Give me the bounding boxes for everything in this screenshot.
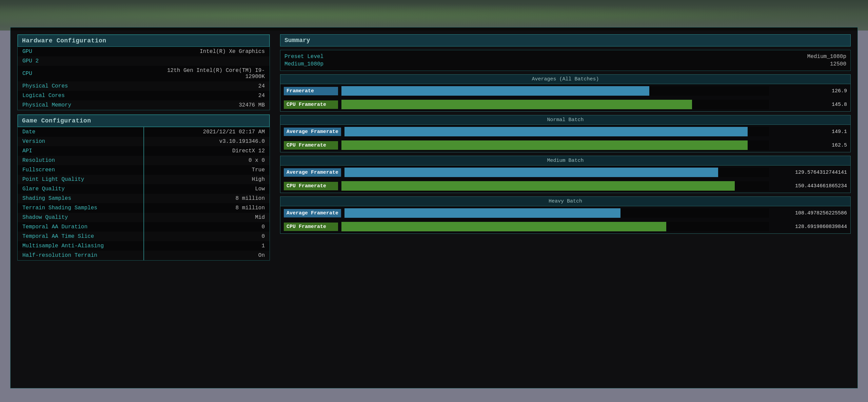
game-row: Date2021/12/21 02:17 AM <box>18 127 270 137</box>
hw-value <box>144 56 270 66</box>
normal-framerate-value: 149.1 <box>772 129 847 135</box>
summary-header: Summary <box>280 34 851 46</box>
avg-cpu-label: CPU Framerate <box>284 100 338 109</box>
medium-cpu-bar <box>341 181 769 191</box>
game-row: Temporal AA Duration0 <box>18 222 270 232</box>
game-table: Date2021/12/21 02:17 AMVersionv3.10.1913… <box>18 127 270 260</box>
hardware-row: CPU12th Gen Intel(R) Core(TM) I9-12900K <box>18 66 270 81</box>
preset-label-2: Medium_1080p <box>284 61 323 67</box>
medium-cpu-label: CPU Framerate <box>284 182 338 190</box>
main-container: Hardware Configuration GPUIntel(R) Xe Gr… <box>10 27 858 388</box>
avg-cpu-bar <box>341 100 769 109</box>
averages-section: Averages (All Batches) Framerate 126.9 C… <box>280 74 851 112</box>
game-value: 8 million <box>144 203 270 213</box>
heavy-cpu-row: CPU Framerate 128.6919860839844 <box>280 220 850 233</box>
hw-label: Logical Cores <box>18 91 144 100</box>
normal-framerate-fill <box>344 127 748 136</box>
game-title: Game Configuration <box>22 117 91 124</box>
game-row: Glare QualityLow <box>18 184 270 194</box>
game-value: DirectX 12 <box>144 146 270 156</box>
normal-cpu-value: 162.5 <box>772 142 847 148</box>
game-value: On <box>144 251 270 260</box>
game-label: Point Light Quality <box>18 175 144 184</box>
game-value: 0 <box>144 222 270 232</box>
game-row: Resolution0 x 0 <box>18 156 270 165</box>
game-value: 1 <box>144 241 270 251</box>
game-row: Versionv3.10.191346.0 <box>18 137 270 146</box>
game-label: Date <box>18 127 144 137</box>
hw-label: Physical Memory <box>18 100 144 110</box>
game-row: Half-resolution TerrainOn <box>18 251 270 260</box>
hw-value: 12th Gen Intel(R) Core(TM) I9-12900K <box>144 66 270 81</box>
medium-cpu-value: 150.4434661865234 <box>772 183 847 189</box>
averages-header: Averages (All Batches) <box>280 75 850 84</box>
game-label: Resolution <box>18 156 144 165</box>
game-header: Game Configuration <box>18 115 270 127</box>
avg-cpu-row: CPU Framerate 145.8 <box>280 98 850 111</box>
hw-label: CPU <box>18 66 144 81</box>
avg-framerate-label: Framerate <box>284 87 338 95</box>
game-row: FullscreenTrue <box>18 165 270 175</box>
hardware-row: Logical Cores24 <box>18 91 270 100</box>
game-label: Half-resolution Terrain <box>18 251 144 260</box>
hardware-section: Hardware Configuration GPUIntel(R) Xe Gr… <box>17 34 270 110</box>
game-label: API <box>18 146 144 156</box>
medium-framerate-value: 129.5764312744141 <box>772 170 847 175</box>
game-label: Terrain Shading Samples <box>18 203 144 213</box>
game-value: Low <box>144 184 270 194</box>
preset-row-1: Preset Level Medium_1080p <box>284 53 846 60</box>
medium-framerate-fill <box>344 168 718 177</box>
hardware-row: GPUIntel(R) Xe Graphics <box>18 47 270 56</box>
hw-value: 24 <box>144 81 270 91</box>
medium-framerate-bar <box>344 168 769 177</box>
game-value: 8 million <box>144 194 270 203</box>
game-section: Game Configuration Date2021/12/21 02:17 … <box>17 114 270 261</box>
heavy-cpu-label: CPU Framerate <box>284 223 338 231</box>
avg-framerate-fill <box>341 86 649 96</box>
medium-batch-header: Medium Batch <box>280 156 850 166</box>
avg-framerate-row: Framerate 126.9 <box>280 84 850 98</box>
preset-section: Preset Level Medium_1080p Medium_1080p 1… <box>280 50 851 71</box>
heavy-cpu-bar <box>341 222 769 231</box>
hw-label: GPU 2 <box>18 56 144 66</box>
medium-cpu-row: CPU Framerate 150.4434661865234 <box>280 179 850 193</box>
hardware-table: GPUIntel(R) Xe GraphicsGPU 2CPU12th Gen … <box>18 47 270 110</box>
heavy-batch-header: Heavy Batch <box>280 197 850 206</box>
avg-cpu-fill <box>341 100 692 109</box>
hardware-title: Hardware Configuration <box>22 37 106 44</box>
game-row: Shadow QualityMid <box>18 213 270 222</box>
right-panel: Summary Preset Level Medium_1080p Medium… <box>275 34 851 381</box>
hw-value: 32476 MB <box>144 100 270 110</box>
game-label: Multisample Anti-Aliasing <box>18 241 144 251</box>
hardware-header: Hardware Configuration <box>18 35 270 47</box>
normal-batch-section: Normal Batch Average Framerate 149.1 CPU… <box>280 115 851 152</box>
hardware-row: Physical Memory32476 MB <box>18 100 270 110</box>
game-row: Point Light QualityHigh <box>18 175 270 184</box>
preset-value-2: 12500 <box>830 61 846 67</box>
preset-label-1: Preset Level <box>284 54 323 60</box>
medium-framerate-row: Average Framerate 129.5764312744141 <box>280 166 850 179</box>
heavy-batch-section: Heavy Batch Average Framerate 108.497825… <box>280 196 851 234</box>
game-row: APIDirectX 12 <box>18 146 270 156</box>
game-label: Shadow Quality <box>18 213 144 222</box>
avg-cpu-value: 145.8 <box>772 102 847 108</box>
normal-framerate-label: Average Framerate <box>284 128 341 136</box>
game-label: Temporal AA Duration <box>18 222 144 232</box>
normal-cpu-fill <box>341 140 748 150</box>
hw-label: Physical Cores <box>18 81 144 91</box>
medium-framerate-label: Average Framerate <box>284 168 341 177</box>
hardware-row: GPU 2 <box>18 56 270 66</box>
hardware-row: Physical Cores24 <box>18 81 270 91</box>
game-value: True <box>144 165 270 175</box>
game-row: Temporal AA Time Slice0 <box>18 232 270 241</box>
preset-row-2: Medium_1080p 12500 <box>284 60 846 68</box>
normal-batch-header: Normal Batch <box>280 115 850 125</box>
heavy-framerate-label: Average Framerate <box>284 209 341 217</box>
avg-framerate-bar <box>341 86 769 96</box>
game-row: Multisample Anti-Aliasing1 <box>18 241 270 251</box>
heavy-framerate-bar <box>344 208 769 218</box>
preset-value-1: Medium_1080p <box>807 54 846 60</box>
heavy-cpu-fill <box>341 222 666 231</box>
heavy-framerate-fill <box>344 208 620 218</box>
heavy-framerate-value: 108.4978256225586 <box>772 210 847 216</box>
